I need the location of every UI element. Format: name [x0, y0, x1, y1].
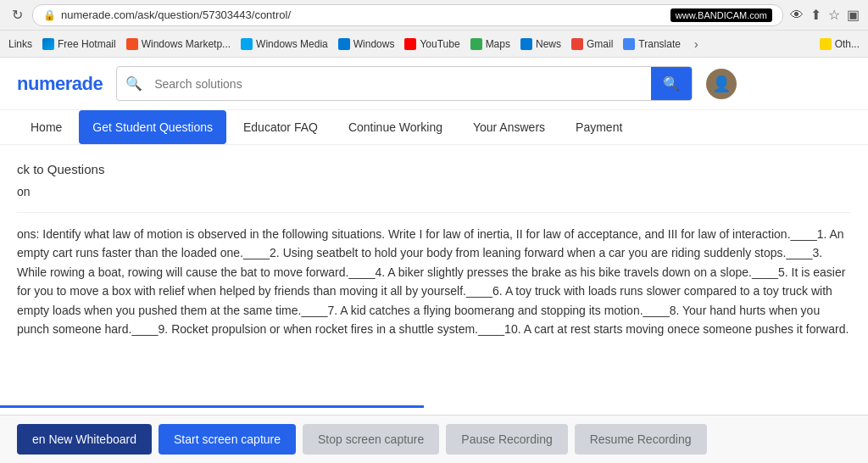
news-icon [520, 38, 532, 50]
nav-payment[interactable]: Payment [562, 110, 636, 144]
bookmark-youtube-label: YouTube [420, 38, 459, 50]
nav-get-student-questions[interactable]: Get Student Questions [79, 110, 226, 144]
hotmail-icon [42, 38, 54, 50]
page-header: numerade 🔍 🔍 👤 [0, 58, 868, 110]
browser-actions: 👁 ⬆ ☆ ▣ [790, 7, 860, 23]
bookmark-hotmail[interactable]: Free Hotmail [42, 38, 116, 50]
bookmark-other-label: Oth... [835, 38, 860, 50]
question-text: ons: Identify what law of motion is obse… [17, 212, 851, 338]
search-input[interactable] [151, 70, 651, 98]
back-link[interactable]: ck to Questions [17, 162, 851, 176]
question-label: on [17, 185, 851, 198]
bookmark-windows-media[interactable]: Windows Media [241, 38, 328, 50]
bookmark-youtube[interactable]: YouTube [404, 38, 459, 50]
nav-continue-working[interactable]: Continue Working [335, 110, 456, 144]
lock-icon: 🔒 [43, 9, 56, 21]
logo[interactable]: numerade [17, 73, 103, 95]
address-bar[interactable]: 🔒 numerade.com/ask/question/57303443/con… [32, 4, 783, 26]
bookmark-hotmail-label: Free Hotmail [58, 38, 116, 50]
bookmark-news-label: News [536, 38, 561, 50]
bookmarks-bar: Links Free Hotmail Windows Marketp... Wi… [0, 31, 868, 58]
more-bookmarks-button[interactable]: › [694, 37, 698, 51]
search-submit-button[interactable]: 🔍 [651, 67, 692, 100]
bookmark-translate[interactable]: Translate [623, 38, 681, 50]
translate-icon [623, 38, 635, 50]
bookmark-maps[interactable]: Maps [470, 38, 510, 50]
url-text: numerade.com/ask/question/57303443/contr… [61, 8, 291, 21]
bookmark-gmail-label: Gmail [587, 38, 613, 50]
marketplace-icon [126, 38, 138, 50]
search-icon-button[interactable]: 🔍 [117, 69, 151, 98]
avatar[interactable]: 👤 [706, 69, 737, 99]
bookmark-windows-media-label: Windows Media [256, 38, 328, 50]
youtube-icon [404, 38, 416, 50]
back-button[interactable]: ↻ [8, 7, 25, 24]
bookmark-news[interactable]: News [520, 38, 561, 50]
search-bar: 🔍 🔍 [116, 66, 693, 101]
bookmark-marketplace-label: Windows Marketp... [142, 38, 231, 50]
nav-your-answers[interactable]: Your Answers [459, 110, 559, 144]
nav-educator-faq[interactable]: Educator FAQ [230, 110, 331, 144]
browser-chrome: ↻ 🔒 numerade.com/ask/question/57303443/c… [0, 0, 868, 31]
star-icon[interactable]: ☆ [828, 7, 840, 23]
bookmark-maps-label: Maps [486, 38, 510, 50]
bookmark-windows[interactable]: Windows [338, 38, 395, 50]
bookmark-translate-label: Translate [638, 38, 681, 50]
bookmark-windows-label: Windows [353, 38, 395, 50]
bookmark-marketplace[interactable]: Windows Marketp... [126, 38, 231, 50]
bookmark-gmail[interactable]: Gmail [571, 38, 613, 50]
content-area: ck to Questions on ons: Identify what la… [0, 145, 868, 347]
bookmark-links-label: Links [8, 38, 32, 50]
nav-bar: Home Get Student Questions Educator FAQ … [0, 110, 868, 145]
gmail-icon [571, 38, 583, 50]
other-icon [820, 38, 832, 50]
share-icon[interactable]: ⬆ [810, 7, 821, 23]
bandicam-badge: www.BANDICAM.com [670, 8, 772, 22]
nav-home[interactable]: Home [17, 110, 75, 144]
eye-slash-icon[interactable]: 👁 [790, 8, 804, 23]
bookmark-links[interactable]: Links [8, 38, 32, 50]
window-icon[interactable]: ▣ [847, 7, 860, 23]
windows-icon [338, 38, 350, 50]
maps-icon [470, 38, 482, 50]
windows-media-icon [241, 38, 253, 50]
bookmark-other[interactable]: Oth... [820, 38, 860, 50]
